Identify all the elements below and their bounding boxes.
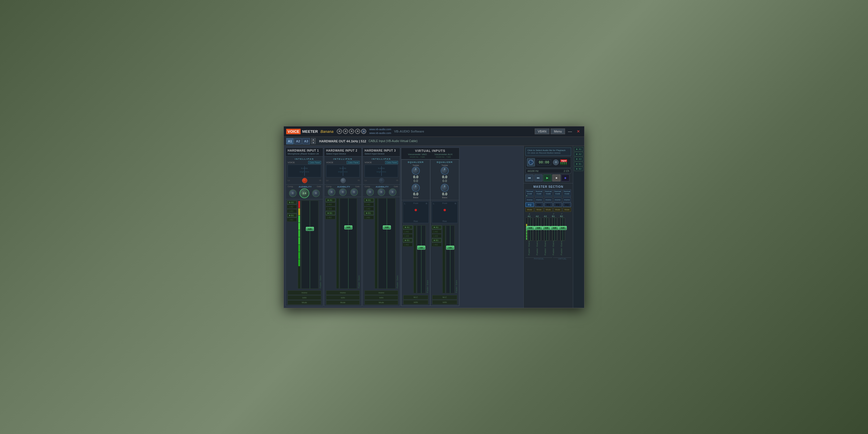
master-eq-a3[interactable]: EQ xyxy=(544,203,553,207)
arrow-down-btn[interactable]: ▼ xyxy=(311,141,316,144)
master-eq-b2[interactable]: EQ xyxy=(563,203,571,207)
hw2-colorpanel[interactable]: Color Panel xyxy=(347,161,360,164)
hw3-comp-knob[interactable]: 0 xyxy=(366,188,374,196)
master-mono-b1[interactable]: mono xyxy=(554,197,562,202)
vc2-fader[interactable]: 0dB xyxy=(446,225,455,293)
hw2-fader[interactable]: 0dB xyxy=(340,198,357,289)
vc1-bass-knob[interactable] xyxy=(412,184,420,192)
hw2-route-a3[interactable]: ▷A3 xyxy=(326,207,335,211)
master-mute-a3[interactable]: Mute xyxy=(544,208,553,212)
hw1-comp-knob[interactable]: 0 xyxy=(289,189,297,197)
hw2-mute[interactable]: Mute xyxy=(326,300,360,305)
hw2-pan-knob[interactable] xyxy=(341,178,346,183)
master-mute-b1[interactable]: Mute xyxy=(554,208,562,212)
hw1-route-a2[interactable]: ▷A2 xyxy=(287,205,297,209)
master-mono-a2[interactable]: mono xyxy=(535,197,543,202)
hw1-mute[interactable]: Mute xyxy=(288,300,321,305)
master-fader-track-a2[interactable]: 0dB xyxy=(536,218,541,241)
master-mono-b2[interactable]: mono xyxy=(563,197,571,202)
vc2-mc[interactable]: M.C xyxy=(432,295,457,300)
hw3-route-b1[interactable]: ►B1 xyxy=(364,211,374,215)
icon-r1[interactable]: R xyxy=(337,129,342,134)
out-route-a2[interactable]: ►A2 xyxy=(574,152,583,156)
settings-gear-icon[interactable]: ⚙ xyxy=(553,159,559,165)
vc2-a3[interactable]: ▷A3 xyxy=(432,234,441,238)
master-mode-a3[interactable]: Normalmode xyxy=(544,189,553,197)
hw3-aud-knob[interactable]: 0 xyxy=(378,188,385,196)
hw3-mono[interactable]: mono xyxy=(365,290,398,295)
master-mute-a1[interactable]: Mute xyxy=(525,208,534,212)
vc2-a1[interactable]: ►A1 xyxy=(432,225,441,229)
master-fader-track-b2[interactable]: 0dB xyxy=(560,218,565,241)
master-fader-track-b1[interactable]: 0dB xyxy=(552,218,557,241)
fastforward-button[interactable]: ⏭ xyxy=(534,175,542,181)
hw3-colorpanel[interactable]: Color Panel xyxy=(385,161,398,164)
hw2-comp-knob[interactable]: 0 xyxy=(328,188,335,196)
master-fader-handle-a2[interactable]: 0dB xyxy=(534,226,542,230)
master-mode-b2[interactable]: Normalmode xyxy=(563,189,571,197)
hw1-mono[interactable]: mono xyxy=(288,290,321,295)
hw1-route-a3[interactable]: ▷A3 xyxy=(287,209,297,213)
vban-button[interactable]: VBAN xyxy=(535,128,550,134)
record-button[interactable]: ◆ xyxy=(561,175,569,181)
hw2-fader-handle[interactable]: 0dB xyxy=(344,225,352,229)
master-mode-a1[interactable]: Normalmode xyxy=(525,189,534,197)
master-fader-track-a1[interactable]: 0dB xyxy=(528,218,533,241)
a2-select-btn[interactable]: A2 xyxy=(294,138,302,144)
hw1-colorpanel[interactable]: Color Panel xyxy=(308,161,321,164)
hw3-pan-knob[interactable] xyxy=(379,178,384,183)
vc1-fader-handle[interactable]: 0dB xyxy=(417,246,425,250)
hw2-route-a2[interactable]: ▷A2 xyxy=(326,203,335,206)
close-button[interactable]: ✕ xyxy=(575,128,582,134)
a3-select-btn[interactable]: A3 xyxy=(302,138,310,144)
hw1-fader-handle[interactable]: 0dB xyxy=(306,227,314,231)
vc1-mc[interactable]: M.C xyxy=(403,295,428,300)
hw3-pan-canvas[interactable]: fx echo brightness xyxy=(365,165,398,177)
hw3-solo[interactable]: solo xyxy=(365,296,398,300)
vc1-fader[interactable]: 0dB xyxy=(417,225,426,293)
master-mode-a2[interactable]: Normalmode xyxy=(535,189,543,197)
out-route-b1[interactable]: ►B1 xyxy=(574,162,583,166)
master-eq-a2[interactable]: EQ xyxy=(535,203,543,207)
hw3-fader[interactable]: 0dB xyxy=(378,198,396,289)
hw1-route-b1[interactable]: ►B1 xyxy=(287,214,297,217)
vc2-pan-box[interactable]: Front L R Rear xyxy=(432,202,458,223)
hw2-gate-knob[interactable]: 0 xyxy=(350,188,358,196)
icon-r3[interactable]: R xyxy=(349,129,354,134)
vc2-treble-knob[interactable] xyxy=(441,167,449,175)
hw2-pan-canvas[interactable]: fx echo brightness xyxy=(326,165,360,177)
hw3-route-a3[interactable]: ▷A3 xyxy=(364,207,374,211)
vc2-b2[interactable]: ▷B2 xyxy=(432,243,441,247)
master-mono-a3[interactable]: mono xyxy=(544,197,553,202)
master-eq-a1[interactable]: EQ xyxy=(525,203,534,207)
vc1-treble-knob[interactable] xyxy=(412,167,420,175)
master-mode-b1[interactable]: Normalmode xyxy=(554,189,562,197)
icon-a[interactable]: A xyxy=(361,129,366,134)
hw1-route-b2[interactable]: ▷B2 xyxy=(287,218,297,222)
master-fader-handle-a3[interactable]: 0dB xyxy=(542,226,551,230)
master-fader-handle-b2[interactable]: 0dB xyxy=(559,226,567,230)
hw1-pan-knob[interactable] xyxy=(302,178,307,183)
hw3-route-b2[interactable]: ▷B2 xyxy=(364,216,374,219)
vc2-solo[interactable]: solo xyxy=(432,300,457,304)
master-eq-b1[interactable]: EQ xyxy=(554,203,562,207)
icon-r4[interactable]: R xyxy=(355,129,360,134)
master-mute-b2[interactable]: Mute xyxy=(563,208,571,212)
stop-button[interactable]: ■ xyxy=(552,175,560,181)
vc2-bass-knob[interactable] xyxy=(441,184,449,192)
out-route-b2[interactable]: ►B2 xyxy=(574,167,583,171)
master-fader-handle-a1[interactable]: 0dB xyxy=(526,226,534,230)
master-fader-track-a3[interactable]: 0dB xyxy=(544,218,549,241)
a1-select-btn[interactable]: A1 xyxy=(286,138,294,144)
hw3-fader-handle[interactable]: 0dB xyxy=(383,225,391,229)
hw3-route-a2[interactable]: ▷A2 xyxy=(364,203,374,206)
vc2-a2[interactable]: ▷A2 xyxy=(432,230,441,234)
hw3-mute[interactable]: Mute xyxy=(365,300,398,305)
hw2-aud-knob[interactable]: 0 xyxy=(339,188,347,196)
vc1-b1[interactable]: ►B1 xyxy=(403,239,412,242)
master-fader-handle-b1[interactable]: 0dB xyxy=(551,226,559,230)
vc2-fader-handle[interactable]: 0dB xyxy=(446,246,454,250)
play-button[interactable]: ▶ xyxy=(544,175,552,181)
rewind-button[interactable]: ⏮ xyxy=(525,175,533,181)
hw3-route-a1[interactable]: ►A1 xyxy=(364,198,374,202)
